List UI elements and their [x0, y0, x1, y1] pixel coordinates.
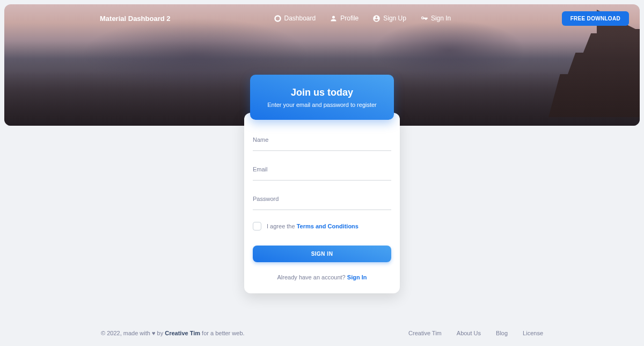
terms-row: I agree the Terms and Conditions: [253, 222, 391, 230]
nav-profile[interactable]: Profile: [330, 15, 358, 23]
terms-checkbox[interactable]: [253, 222, 261, 230]
footer-author[interactable]: Creative Tim: [165, 330, 200, 336]
card-subtitle: Enter your email and password to registe…: [267, 102, 377, 108]
nav-links: Dashboard Profile Sign Up Sign In: [274, 15, 451, 23]
donut-icon: [274, 15, 282, 23]
nav-signup[interactable]: Sign Up: [372, 15, 406, 23]
password-field-wrapper: Password: [253, 197, 391, 210]
top-navbar: Material Dashboard 2 Dashboard Profile S…: [4, 4, 640, 32]
key-icon: [420, 15, 428, 23]
account-circle-icon: [372, 15, 380, 23]
already-account-row: Already have an account? Sign In: [253, 274, 391, 280]
terms-text: I agree the Terms and Conditions: [267, 223, 358, 229]
terms-link[interactable]: Terms and Conditions: [297, 223, 358, 229]
person-icon: [330, 15, 338, 23]
footer-link-creative-tim[interactable]: Creative Tim: [408, 330, 442, 336]
name-input[interactable]: [253, 138, 391, 151]
email-field-wrapper: Email: [253, 167, 391, 181]
signup-card-header: Join us today Enter your email and passw…: [250, 75, 394, 120]
nav-signup-label: Sign Up: [383, 15, 406, 22]
signin-link[interactable]: Sign In: [347, 274, 367, 280]
name-field-wrapper: Name: [253, 138, 391, 151]
brand-title[interactable]: Material Dashboard 2: [100, 15, 171, 23]
password-input[interactable]: [253, 197, 391, 210]
footer-link-license[interactable]: License: [523, 330, 543, 336]
signup-card: Name Email Password I agree the Terms an…: [244, 113, 400, 293]
nav-dashboard-label: Dashboard: [284, 15, 316, 22]
card-title: Join us today: [291, 87, 353, 98]
email-input[interactable]: [253, 167, 391, 181]
nav-signin-label: Sign In: [431, 15, 451, 22]
footer-links: Creative Tim About Us Blog License: [408, 330, 543, 336]
nav-dashboard[interactable]: Dashboard: [274, 15, 316, 23]
footer-link-about[interactable]: About Us: [457, 330, 481, 336]
footer-link-blog[interactable]: Blog: [496, 330, 508, 336]
footer: © 2022, made with ♥ by Creative Tim for …: [0, 330, 644, 336]
nav-signin[interactable]: Sign In: [420, 15, 451, 23]
free-download-button[interactable]: FREE DOWNLOAD: [562, 11, 629, 26]
nav-profile-label: Profile: [340, 15, 358, 22]
submit-button[interactable]: SIGN IN: [253, 246, 391, 262]
footer-copyright: © 2022, made with ♥ by Creative Tim for …: [101, 330, 245, 336]
